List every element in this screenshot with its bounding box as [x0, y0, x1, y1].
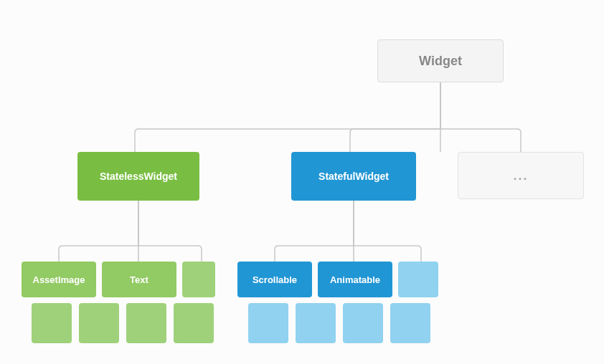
scrollable-label: Scrollable [253, 274, 297, 285]
ellipsis-node: ... [458, 152, 584, 199]
green-placeholder-node [182, 262, 215, 297]
asset-image-node: AssetImage [22, 262, 96, 297]
animatable-node: Animatable [318, 262, 392, 297]
stateless-widget-label: StatelessWidget [100, 171, 177, 182]
widget-root-node: Widget [377, 39, 504, 82]
ellipsis-label: ... [513, 168, 528, 183]
blue-placeholder-node [398, 262, 438, 297]
blue-box [248, 303, 288, 343]
text-label: Text [130, 274, 148, 285]
green-box [174, 303, 214, 343]
green-box [126, 303, 166, 343]
scrollable-node: Scrollable [237, 262, 312, 297]
green-box [32, 303, 72, 343]
text-node: Text [102, 262, 176, 297]
asset-image-label: AssetImage [33, 274, 85, 285]
blue-box [296, 303, 336, 343]
widget-root-label: Widget [419, 54, 462, 69]
blue-box [343, 303, 383, 343]
stateful-widget-label: StatefulWidget [318, 171, 389, 182]
stateful-widget-node: StatefulWidget [291, 152, 416, 201]
blue-box [390, 303, 430, 343]
animatable-label: Animatable [330, 274, 380, 285]
stateless-widget-node: StatelessWidget [77, 152, 199, 201]
green-box [79, 303, 119, 343]
